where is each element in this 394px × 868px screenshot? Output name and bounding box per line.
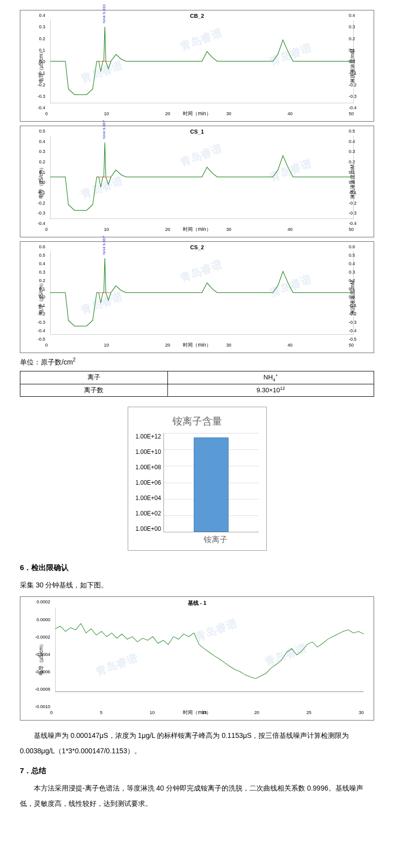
chrom-yticks-left: 0.40.30.20.10.0-0.1-0.2-0.3-0.4 bbox=[33, 13, 45, 110]
chrom-xticks: 01020304050 bbox=[45, 227, 354, 232]
bar-chart: 铵离子含量 1.00E+121.00E+101.00E+081.00E+061.… bbox=[128, 407, 267, 551]
unit-line: 单位：原子数/cm2 bbox=[20, 357, 374, 367]
chrom-xticks: 01020304050 bbox=[45, 111, 354, 116]
bar-chart-bar bbox=[194, 437, 229, 532]
section6-para: 基线噪声为 0.000147μS，浓度为 1μg/L 的标样铵离子峰高为 0.1… bbox=[20, 728, 374, 759]
peak-label: NH4 9.067 bbox=[102, 236, 106, 255]
section7-heading: 7．总结 bbox=[20, 766, 374, 776]
chrom-xticks: 01020304050 bbox=[45, 343, 354, 348]
baseline-xticks: 051015202530 bbox=[50, 710, 364, 715]
bar-chart-xlabel: 铵离子 bbox=[173, 535, 259, 545]
ion-table: 离子 NH4+ 离子数 9.30×1012 bbox=[20, 371, 374, 397]
baseline-yticks: 0.00020.0000-0.0002-0.0004-0.0006-0.0008… bbox=[33, 599, 50, 709]
chrom-yticks-left: 0.60.50.40.30.20.10.0-0.1-0.2-0.3-0.4-0.… bbox=[33, 244, 45, 342]
chrom-title: CS_1 bbox=[25, 129, 369, 135]
chrom-title: CB_2 bbox=[25, 13, 369, 19]
peak-label: NH4 9.067 bbox=[102, 120, 106, 139]
baseline-title: 基线 - 1 bbox=[25, 599, 369, 607]
chromatogram-CS_2: CS_2 电导（μS/cm） 淋洗液浓度/mM 0.60.50.40.30.20… bbox=[20, 241, 374, 353]
section6-intro: 采集 30 分钟基线，如下图。 bbox=[20, 578, 374, 593]
baseline-chart: 基线 - 1 电导（μS/cm） 0.00020.0000-0.0002-0.0… bbox=[20, 596, 374, 721]
count-header: 离子数 bbox=[20, 384, 168, 396]
section6-heading: 6．检出限确认 bbox=[20, 563, 374, 573]
peak-label: NH4 9.033 bbox=[102, 4, 106, 23]
chrom-yticks-left: 0.50.40.30.20.10.0-0.1-0.2-0.3-0.4 bbox=[33, 129, 45, 226]
chromatogram-CS_1: CS_1 电导（μS/cm） 淋洗液浓度/mM 0.50.40.30.20.10… bbox=[20, 126, 374, 237]
section7-para: 本方法采用浸提-离子色谱法，等度淋洗 40 分钟即完成铵离子的洗脱，二次曲线相关… bbox=[20, 781, 374, 811]
bar-chart-yticks: 1.00E+121.00E+101.00E+081.00E+061.00E+04… bbox=[136, 433, 164, 532]
count-value: 9.30×1012 bbox=[167, 384, 374, 396]
bar-chart-plot bbox=[163, 433, 258, 532]
chrom-title: CS_2 bbox=[25, 244, 369, 250]
ion-name: NH4+ bbox=[167, 371, 374, 384]
bar-chart-title: 铵离子含量 bbox=[136, 415, 259, 428]
ion-header: 离子 bbox=[20, 371, 168, 384]
chromatogram-CB_2: CB_2 电导（μS/cm） 淋洗液浓度/mM 0.40.30.20.10.0-… bbox=[20, 10, 374, 122]
